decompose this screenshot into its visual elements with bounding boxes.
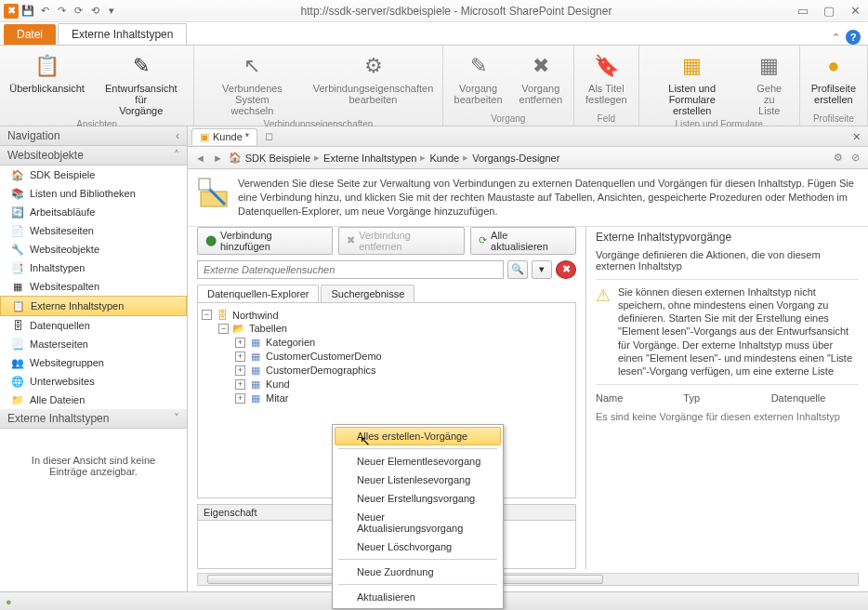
remove-icon: ✖ <box>347 234 355 246</box>
nav-label: Arbeitsabläufe <box>30 206 95 218</box>
refresh-icon[interactable]: ⟳ <box>71 4 85 19</box>
menu-item-create[interactable]: Neuer Erstellungsvorgang <box>335 489 501 508</box>
menu-separator <box>338 559 497 560</box>
clear-search-button[interactable]: ✖ <box>556 260 576 279</box>
sidebar-item-datasources[interactable]: 🗄Datenquellen <box>0 316 187 335</box>
close-tab-button[interactable]: × <box>846 129 868 144</box>
chevron-left-icon[interactable]: ‹ <box>176 129 179 142</box>
sidebar-item-sitegroups[interactable]: 👥Websitegruppen <box>0 353 187 372</box>
nav-label: Listen und Bibliotheken <box>30 188 136 199</box>
ribbon-tabstrip: Datei Externe Inhaltstypen ⌃ ? <box>0 22 868 45</box>
back-button[interactable]: ◄ <box>193 152 207 164</box>
collapse-icon[interactable]: − <box>218 324 229 334</box>
collapse-ribbon-icon[interactable]: ⌃ <box>832 32 840 44</box>
nav-lower-header[interactable]: Externe Inhaltstypen˅ <box>0 409 187 429</box>
search-input[interactable] <box>197 260 504 279</box>
sidebar-item-ect[interactable]: 📋Externe Inhaltstypen <box>0 296 187 316</box>
menu-item-assoc[interactable]: Neue Zuordnung <box>335 563 501 581</box>
horizontal-scrollbar[interactable] <box>197 573 859 586</box>
tab-explorer[interactable]: Datenquellen-Explorer <box>197 285 319 302</box>
cursor-icon: ↖ <box>360 433 371 448</box>
sidebar-item-subsites[interactable]: 🌐Unterwebsites <box>0 372 187 391</box>
close-button[interactable]: ✕ <box>846 4 864 18</box>
breadcrumb-item[interactable]: SDK Beispiele <box>245 152 310 164</box>
add-connection-button[interactable]: ⬤Verbindung hinzufügen <box>197 227 333 255</box>
collapse-icon[interactable]: − <box>202 310 212 320</box>
nav-header[interactable]: Navigation‹ <box>0 126 187 146</box>
forward-button[interactable]: ► <box>211 152 225 164</box>
new-tab-button[interactable]: ◻ <box>261 130 277 142</box>
tab-results[interactable]: Suchergebnisse <box>321 285 414 302</box>
ops-table-header: Name Typ Datenquelle <box>596 391 859 405</box>
sidebar-item-masterpages[interactable]: 📃Masterseiten <box>0 335 187 353</box>
sidebar-item-allfiles[interactable]: 📁Alle Dateien <box>0 391 187 409</box>
sidebar-item-lists[interactable]: 📚Listen und Bibliotheken <box>0 184 187 203</box>
search-button[interactable]: 🔍 <box>507 260 528 279</box>
tree-folder[interactable]: −📂Tabellen <box>218 322 572 336</box>
create-profile-button[interactable]: ●Profilseite erstellen <box>808 49 860 107</box>
active-ribbon-tab[interactable]: Externe Inhaltstypen <box>58 23 187 45</box>
breadcrumb-item[interactable]: Kunde <box>429 152 459 164</box>
tree-table[interactable]: +▦Kategorien <box>235 336 572 350</box>
sidebar-item-pages[interactable]: 📄Websiteseiten <box>0 221 187 240</box>
content-split: ⬤Verbindung hinzufügen ✖Verbindung entfe… <box>188 227 868 569</box>
document-tabs: ▣Kunde * ◻ × <box>188 126 868 147</box>
ops-warning-text: Sie können diesen externen Inhaltstyp ni… <box>618 285 859 378</box>
operations-column: Externe Inhaltstypvorgänge Vorgänge defi… <box>585 227 859 569</box>
sidebar-item-home[interactable]: 🏠SDK Beispiele <box>0 166 187 184</box>
tree-table[interactable]: +▦CustomerCustomerDemo <box>235 350 572 364</box>
redo-icon[interactable]: ↷ <box>54 4 69 19</box>
table-icon: ▦ <box>249 365 262 377</box>
undo-icon[interactable]: ↶ <box>37 4 52 19</box>
sidebar-item-objects[interactable]: 🔧Websiteobjekte <box>0 240 187 259</box>
sync-icon[interactable]: ⟲ <box>87 4 102 19</box>
nav-icon: 🌐 <box>11 375 24 388</box>
app-icon[interactable]: ✖ <box>4 4 19 19</box>
quick-access-toolbar: ✖ 💾 ↶ ↷ ⟳ ⟲ ▾ <box>4 4 119 19</box>
home-icon[interactable]: 🏠 <box>229 152 242 164</box>
expand-icon[interactable]: + <box>235 365 245 376</box>
help-icon[interactable]: ? <box>846 30 861 45</box>
context-menu: Alles erstellen-Vorgänge Neuer Elementle… <box>332 424 504 609</box>
nav-label: SDK Beispiele <box>30 169 95 180</box>
maximize-button[interactable]: ▢ <box>820 4 838 18</box>
bc-settings-icon[interactable]: ⚙ <box>831 152 846 164</box>
chevron-up-icon[interactable]: ˄ <box>174 149 179 162</box>
breadcrumb-item[interactable]: Vorgangs-Designer <box>472 152 559 164</box>
menu-item-read-item[interactable]: Neuer Elementlesevorgang <box>335 452 501 471</box>
tree-table[interactable]: +▦Kund <box>235 378 572 391</box>
expand-icon[interactable]: + <box>235 351 245 362</box>
document-area: ▣Kunde * ◻ × ◄ ► 🏠 SDK Beispiele▸ Extern… <box>188 126 868 591</box>
expand-icon[interactable]: + <box>235 393 245 404</box>
design-view-button[interactable]: ✎Entwurfsansicht für Vorgänge <box>96 49 186 118</box>
tree-table[interactable]: +▦Mitar <box>235 391 572 405</box>
menu-item-refresh[interactable]: Aktualisieren <box>335 588 501 606</box>
ops-empty-text: Es sind keine Vorgänge für diesen extern… <box>596 405 859 428</box>
menu-item-update[interactable]: Neuer Aktualisierungsvorgang <box>335 508 501 537</box>
sidebar-item-contenttypes[interactable]: 📑Inhaltstypen <box>0 259 187 277</box>
chevron-down-icon[interactable]: ˅ <box>174 412 179 425</box>
create-lists-button[interactable]: ▦Listen und Formulare erstellen <box>647 49 738 118</box>
refresh-all-button[interactable]: ⟳Alle aktualisieren <box>470 227 576 255</box>
sidebar-item-columns[interactable]: ▦Websitespalten <box>0 277 187 296</box>
menu-item-read-list[interactable]: Neuer Listenlesevorgang <box>335 471 501 489</box>
document-tab[interactable]: ▣Kunde * <box>191 128 257 145</box>
expand-icon[interactable]: + <box>235 338 245 348</box>
sidebar-item-workflows[interactable]: 🔄Arbeitsabläufe <box>0 203 187 221</box>
qat-dropdown-icon[interactable]: ▾ <box>104 4 119 19</box>
overview-button[interactable]: 📋Überblickansicht <box>7 49 86 96</box>
nav-section-header[interactable]: Websiteobjekte˄ <box>0 146 187 166</box>
menu-item-delete[interactable]: Neuer Löschvorgang <box>335 537 501 556</box>
file-tab[interactable]: Datei <box>4 24 56 45</box>
info-text: Verwenden Sie diese Seite zur Verwaltung… <box>238 177 859 219</box>
save-icon[interactable]: 💾 <box>20 4 35 19</box>
breadcrumb-item[interactable]: Externe Inhaltstypen <box>323 152 416 164</box>
bc-close-icon[interactable]: ⊘ <box>848 152 862 164</box>
nav-label: Websiteseiten <box>30 225 94 236</box>
search-dropdown-button[interactable]: ▾ <box>532 260 552 279</box>
minimize-button[interactable]: ▭ <box>794 4 812 18</box>
expand-icon[interactable]: + <box>235 379 245 390</box>
tree-root[interactable]: −🗄Northwind <box>202 309 572 322</box>
table-icon: ▦ <box>249 392 262 404</box>
tree-table[interactable]: +▦CustomerDemographics <box>235 364 572 378</box>
